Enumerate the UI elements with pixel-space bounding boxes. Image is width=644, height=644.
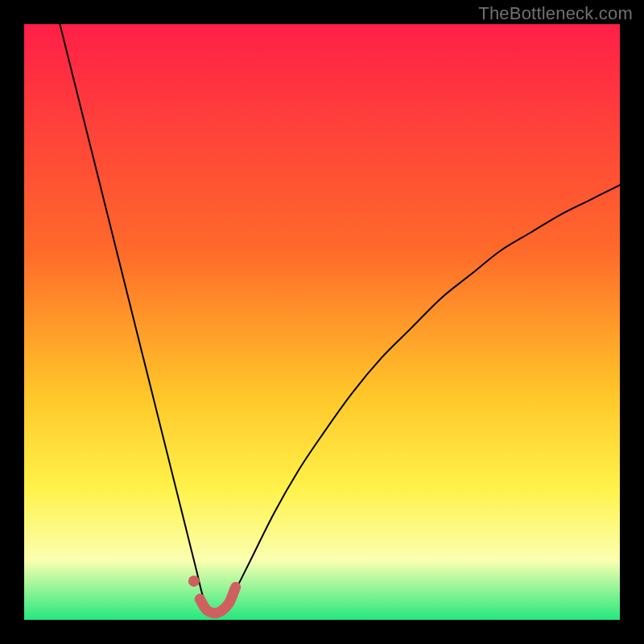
highlight-dot [188,576,200,587]
watermark-text: TheBottleneck.com [478,3,633,24]
chart-frame: TheBottleneck.com [0,0,644,644]
bottleneck-chart [24,24,620,620]
plot-area [24,24,620,620]
gradient-background [24,24,620,620]
